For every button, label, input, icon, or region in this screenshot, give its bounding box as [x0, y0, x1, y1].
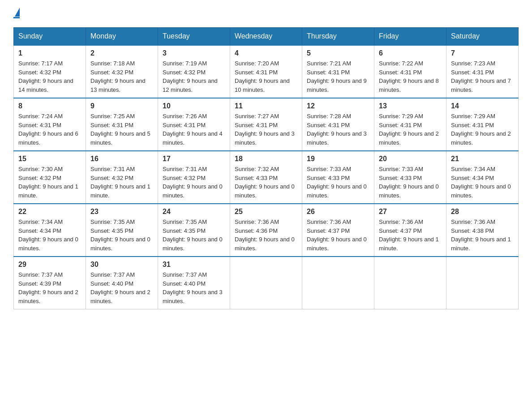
logo-triangle-icon — [15, 8, 20, 17]
day-info: Sunrise: 7:27 AMSunset: 4:31 PMDaylight:… — [235, 113, 295, 146]
day-info: Sunrise: 7:18 AMSunset: 4:32 PMDaylight:… — [90, 60, 146, 93]
day-number: 29 — [18, 261, 81, 269]
week-row-4: 22 Sunrise: 7:34 AMSunset: 4:34 PMDaylig… — [14, 204, 519, 257]
day-info: Sunrise: 7:23 AMSunset: 4:31 PMDaylight:… — [451, 60, 511, 93]
day-number: 20 — [379, 155, 442, 163]
week-row-3: 15 Sunrise: 7:30 AMSunset: 4:32 PMDaylig… — [14, 151, 519, 204]
day-cell-20: 20 Sunrise: 7:33 AMSunset: 4:33 PMDaylig… — [374, 151, 446, 204]
day-number: 1 — [18, 49, 81, 57]
day-number: 6 — [379, 49, 442, 57]
day-cell-12: 12 Sunrise: 7:28 AMSunset: 4:31 PMDaylig… — [302, 98, 374, 151]
day-info: Sunrise: 7:31 AMSunset: 4:32 PMDaylight:… — [90, 166, 150, 199]
day-cell-27: 27 Sunrise: 7:36 AMSunset: 4:37 PMDaylig… — [374, 204, 446, 257]
column-header-monday: Monday — [86, 28, 158, 46]
day-cell-18: 18 Sunrise: 7:32 AMSunset: 4:33 PMDaylig… — [230, 151, 302, 204]
column-header-tuesday: Tuesday — [158, 28, 230, 46]
day-cell-10: 10 Sunrise: 7:26 AMSunset: 4:31 PMDaylig… — [158, 98, 230, 151]
day-cell-25: 25 Sunrise: 7:36 AMSunset: 4:36 PMDaylig… — [230, 204, 302, 257]
day-cell-21: 21 Sunrise: 7:34 AMSunset: 4:34 PMDaylig… — [446, 151, 519, 204]
day-cell-29: 29 Sunrise: 7:37 AMSunset: 4:39 PMDaylig… — [14, 257, 86, 309]
day-cell-23: 23 Sunrise: 7:35 AMSunset: 4:35 PMDaylig… — [86, 204, 158, 257]
day-cell-31: 31 Sunrise: 7:37 AMSunset: 4:40 PMDaylig… — [158, 257, 230, 309]
day-number: 31 — [163, 261, 225, 269]
day-number: 7 — [451, 49, 514, 57]
day-number: 16 — [90, 155, 153, 163]
day-cell-5: 5 Sunrise: 7:21 AMSunset: 4:31 PMDayligh… — [302, 45, 374, 98]
day-number: 2 — [90, 49, 153, 57]
day-info: Sunrise: 7:35 AMSunset: 4:35 PMDaylight:… — [90, 218, 150, 252]
empty-cell — [374, 257, 446, 309]
day-info: Sunrise: 7:19 AMSunset: 4:32 PMDaylight:… — [163, 60, 218, 93]
day-info: Sunrise: 7:34 AMSunset: 4:34 PMDaylight:… — [451, 166, 511, 199]
logo — [13, 9, 20, 18]
day-info: Sunrise: 7:36 AMSunset: 4:37 PMDaylight:… — [307, 218, 367, 252]
day-info: Sunrise: 7:29 AMSunset: 4:31 PMDaylight:… — [379, 113, 439, 146]
day-number: 12 — [307, 102, 369, 110]
day-number: 21 — [451, 155, 514, 163]
day-info: Sunrise: 7:28 AMSunset: 4:31 PMDaylight:… — [307, 113, 367, 146]
day-number: 22 — [18, 208, 81, 216]
day-cell-2: 2 Sunrise: 7:18 AMSunset: 4:32 PMDayligh… — [86, 45, 158, 98]
empty-cell — [302, 257, 374, 309]
day-cell-30: 30 Sunrise: 7:37 AMSunset: 4:40 PMDaylig… — [86, 257, 158, 309]
column-header-sunday: Sunday — [14, 28, 86, 46]
week-row-1: 1 Sunrise: 7:17 AMSunset: 4:32 PMDayligh… — [14, 45, 519, 98]
day-cell-28: 28 Sunrise: 7:36 AMSunset: 4:38 PMDaylig… — [446, 204, 519, 257]
day-number: 8 — [18, 102, 81, 110]
day-cell-24: 24 Sunrise: 7:35 AMSunset: 4:35 PMDaylig… — [158, 204, 230, 257]
day-info: Sunrise: 7:33 AMSunset: 4:33 PMDaylight:… — [379, 166, 439, 199]
day-info: Sunrise: 7:37 AMSunset: 4:40 PMDaylight:… — [90, 271, 150, 304]
day-number: 26 — [307, 208, 369, 216]
day-info: Sunrise: 7:34 AMSunset: 4:34 PMDaylight:… — [18, 218, 78, 252]
day-cell-15: 15 Sunrise: 7:30 AMSunset: 4:32 PMDaylig… — [14, 151, 86, 204]
day-number: 24 — [163, 208, 225, 216]
day-cell-1: 1 Sunrise: 7:17 AMSunset: 4:32 PMDayligh… — [14, 45, 86, 98]
day-number: 19 — [307, 155, 369, 163]
day-number: 17 — [163, 155, 225, 163]
day-number: 3 — [163, 49, 225, 57]
day-number: 5 — [307, 49, 369, 57]
day-cell-17: 17 Sunrise: 7:31 AMSunset: 4:32 PMDaylig… — [158, 151, 230, 204]
day-number: 13 — [379, 102, 442, 110]
day-cell-13: 13 Sunrise: 7:29 AMSunset: 4:31 PMDaylig… — [374, 98, 446, 151]
day-number: 4 — [235, 49, 297, 57]
column-header-thursday: Thursday — [302, 28, 374, 46]
calendar-header-row: SundayMondayTuesdayWednesdayThursdayFrid… — [14, 28, 519, 46]
day-number: 9 — [90, 102, 153, 110]
column-header-saturday: Saturday — [446, 28, 519, 46]
day-info: Sunrise: 7:36 AMSunset: 4:38 PMDaylight:… — [451, 218, 511, 252]
day-cell-6: 6 Sunrise: 7:22 AMSunset: 4:31 PMDayligh… — [374, 45, 446, 98]
day-cell-11: 11 Sunrise: 7:27 AMSunset: 4:31 PMDaylig… — [230, 98, 302, 151]
day-number: 25 — [235, 208, 297, 216]
week-row-2: 8 Sunrise: 7:24 AMSunset: 4:31 PMDayligh… — [14, 98, 519, 151]
day-cell-26: 26 Sunrise: 7:36 AMSunset: 4:37 PMDaylig… — [302, 204, 374, 257]
day-info: Sunrise: 7:20 AMSunset: 4:31 PMDaylight:… — [235, 60, 290, 93]
day-info: Sunrise: 7:17 AMSunset: 4:32 PMDaylight:… — [18, 60, 73, 93]
day-info: Sunrise: 7:21 AMSunset: 4:31 PMDaylight:… — [307, 60, 367, 93]
day-info: Sunrise: 7:37 AMSunset: 4:39 PMDaylight:… — [18, 271, 78, 304]
day-info: Sunrise: 7:36 AMSunset: 4:37 PMDaylight:… — [379, 218, 439, 252]
empty-cell — [446, 257, 519, 309]
day-info: Sunrise: 7:31 AMSunset: 4:32 PMDaylight:… — [163, 166, 223, 199]
day-info: Sunrise: 7:32 AMSunset: 4:33 PMDaylight:… — [235, 166, 295, 199]
day-number: 10 — [163, 102, 225, 110]
page-header — [13, 9, 519, 18]
day-info: Sunrise: 7:33 AMSunset: 4:33 PMDaylight:… — [307, 166, 367, 199]
day-info: Sunrise: 7:30 AMSunset: 4:32 PMDaylight:… — [18, 166, 78, 199]
day-cell-22: 22 Sunrise: 7:34 AMSunset: 4:34 PMDaylig… — [14, 204, 86, 257]
day-info: Sunrise: 7:37 AMSunset: 4:40 PMDaylight:… — [163, 271, 223, 304]
logo-underline — [13, 17, 20, 18]
column-header-friday: Friday — [374, 28, 446, 46]
day-info: Sunrise: 7:25 AMSunset: 4:31 PMDaylight:… — [90, 113, 150, 146]
day-cell-3: 3 Sunrise: 7:19 AMSunset: 4:32 PMDayligh… — [158, 45, 230, 98]
day-info: Sunrise: 7:22 AMSunset: 4:31 PMDaylight:… — [379, 60, 439, 93]
column-header-wednesday: Wednesday — [230, 28, 302, 46]
day-number: 23 — [90, 208, 153, 216]
day-cell-4: 4 Sunrise: 7:20 AMSunset: 4:31 PMDayligh… — [230, 45, 302, 98]
logo-general-line — [13, 9, 20, 18]
day-info: Sunrise: 7:36 AMSunset: 4:36 PMDaylight:… — [235, 218, 295, 252]
day-cell-14: 14 Sunrise: 7:29 AMSunset: 4:31 PMDaylig… — [446, 98, 519, 151]
day-number: 11 — [235, 102, 297, 110]
empty-cell — [230, 257, 302, 309]
day-info: Sunrise: 7:24 AMSunset: 4:31 PMDaylight:… — [18, 113, 78, 146]
